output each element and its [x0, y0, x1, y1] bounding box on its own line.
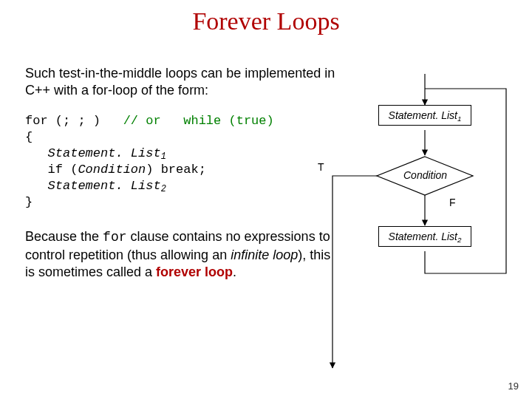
flow-label-false: F	[449, 197, 456, 208]
code-open-brace: {	[25, 129, 335, 146]
flow-node-stmt1: Statement. List1	[378, 105, 471, 126]
code-stmt2: Statement. List	[48, 179, 161, 193]
flow-node-stmt1-text: Statement. List	[389, 109, 457, 121]
flow-condition-label: Condition	[403, 169, 447, 181]
code-comment: // or	[123, 114, 161, 128]
flow-node-stmt1-sub: 1	[457, 115, 461, 123]
p2-for: for	[103, 230, 126, 245]
flow-node-stmt2-text: Statement. List	[389, 231, 457, 242]
code-stmt1: Statement. List	[48, 146, 161, 160]
flowchart: Statement. List1 Condition Statement. Li…	[355, 66, 525, 369]
code-block: for (; ; ) // or while (true) { Statemen…	[25, 113, 335, 211]
slide-body: Such test-in-the-middle loops can be imp…	[25, 65, 335, 295]
code-stmt2-sub: 2	[161, 184, 166, 194]
code-if-a: if (	[48, 163, 78, 177]
p2-infinite: infinite loop	[231, 248, 298, 262]
intro-paragraph: Such test-in-the-middle loops can be imp…	[25, 65, 335, 100]
flow-node-stmt2-sub: 2	[457, 236, 461, 244]
outro-paragraph: Because the for clause contains no expre…	[25, 228, 335, 281]
p2-d: .	[233, 265, 236, 279]
flow-node-stmt2: Statement. List2	[378, 226, 471, 247]
code-while: while (true)	[183, 114, 273, 128]
flow-label-true: T	[318, 161, 324, 173]
code-if-cond: Condition	[78, 163, 146, 177]
slide-number: 19	[508, 381, 519, 392]
code-close-brace: }	[25, 194, 335, 211]
code-if-c: ) break;	[146, 163, 206, 177]
code-stmt1-sub: 1	[161, 151, 166, 162]
p2-forever: forever loop	[156, 265, 233, 279]
slide-title: Forever Loops	[0, 7, 532, 35]
code-for: for (; ; )	[25, 114, 100, 128]
p2-a: Because the	[25, 229, 103, 244]
